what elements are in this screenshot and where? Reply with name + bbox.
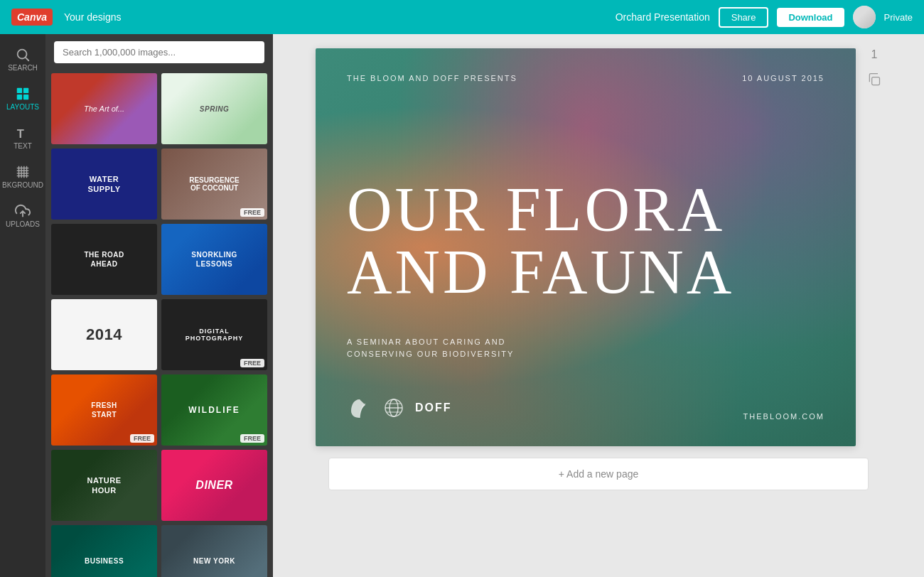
duplicate-slide-icon[interactable] [867, 72, 881, 90]
slide-content: THE BLOOM AND DOFF PRESENTS 10 AUGUST 20… [316, 48, 856, 446]
slide-page-number: 1 [871, 48, 878, 61]
slide-title-line1: OUR FLORA [347, 178, 824, 241]
svg-rect-4 [17, 95, 22, 99]
sidebar-item-text[interactable]: T TEXT [0, 118, 45, 157]
logo-name: DOFF [415, 401, 452, 414]
leaf-icon [347, 395, 372, 421]
thumb-label-newyork: NEW YORK [193, 557, 235, 565]
sidebar-item-layouts[interactable]: LAYOUTS [0, 79, 45, 118]
private-label: Private [884, 12, 913, 23]
slide-subtitle-line1: A SEMINAR ABOUT CARING AND [347, 336, 514, 349]
topbar-left: Canva Your designs [11, 9, 121, 26]
thumb-label-spring: SPRING [200, 105, 229, 113]
sidebar-item-uploads[interactable]: UPLOADS [0, 196, 45, 235]
sidebar-search-label: SEARCH [8, 64, 38, 72]
slide-subtitle-line2: CONSERVING OUR BIODIVERSITY [347, 348, 514, 361]
topbar-right: Orchard Presentation Share Download Priv… [616, 6, 913, 28]
slide-bottom: DOFF THEBLOOM.COM [347, 395, 824, 421]
sidebar-text-label: TEXT [14, 142, 32, 150]
layout-thumb-nature[interactable]: NATUREHOUR [51, 450, 157, 521]
canva-logo[interactable]: Canva [11, 9, 53, 26]
thumb-label-nature: NATUREHOUR [87, 475, 121, 496]
background-icon [15, 164, 31, 180]
sidebar-icons: SEARCH LAYOUTS T TEXT [0, 34, 45, 577]
doc-name: Orchard Presentation [616, 11, 710, 23]
layout-thumb-diner[interactable]: Diner [161, 450, 267, 521]
main-area: SEARCH LAYOUTS T TEXT [0, 34, 924, 577]
thumb-free-badge-resurgence: FREE [240, 208, 264, 217]
share-button[interactable]: Share [719, 7, 769, 28]
layout-thumb-spring[interactable]: SPRING [161, 73, 267, 144]
svg-line-1 [26, 58, 28, 60]
slide-top: THE BLOOM AND DOFF PRESENTS 10 AUGUST 20… [347, 74, 824, 82]
download-button[interactable]: Download [777, 8, 844, 27]
slide-main-title: OUR FLORA AND FAUNA [347, 178, 824, 303]
thumb-label-art: The Art of... [56, 104, 151, 113]
slide-title-line2: AND FAUNA [347, 241, 824, 303]
avatar[interactable] [853, 6, 876, 28]
thumb-label-fresh: FRESHSTART [91, 401, 117, 419]
layout-thumb-art[interactable]: The Art of... [51, 73, 157, 144]
svg-rect-3 [23, 88, 28, 93]
globe-icon [381, 395, 407, 421]
thumb-label-digital: DIGITALPHOTOGRAPHY [166, 328, 262, 342]
svg-rect-21 [872, 77, 880, 85]
slide-presenter: THE BLOOM AND DOFF PRESENTS [347, 74, 517, 82]
layout-thumb-resurgence[interactable]: RESURGENCEOF COCONUT FREE [161, 149, 267, 220]
uploads-icon [15, 203, 31, 219]
search-icon [15, 47, 31, 63]
slide-container: THE BLOOM AND DOFF PRESENTS 10 AUGUST 20… [316, 48, 881, 446]
layout-thumb-road[interactable]: THE ROADAHEAD [51, 224, 157, 295]
layout-thumb-water[interactable]: WATERSUPPLY [51, 149, 157, 220]
thumb-label-road: THE ROADAHEAD [84, 250, 124, 269]
sidebar-item-search[interactable]: SEARCH [0, 40, 45, 79]
slide-subtitle-area: A SEMINAR ABOUT CARING AND CONSERVING OU… [347, 336, 514, 361]
thumb-free-badge-digital: FREE [240, 359, 264, 367]
thumb-label-resurgence: RESURGENCEOF COCONUT [166, 176, 262, 192]
sidebar-layouts-label: LAYOUTS [6, 103, 39, 111]
slide-1[interactable]: THE BLOOM AND DOFF PRESENTS 10 AUGUST 20… [316, 48, 856, 446]
layouts-icon [15, 86, 31, 102]
slide-logos: DOFF [347, 395, 452, 421]
sidebar-item-background[interactable]: BKGROUND [0, 157, 45, 196]
svg-rect-5 [23, 95, 28, 99]
layout-thumb-newyork[interactable]: NEW YORK [161, 525, 267, 577]
sidebar-uploads-label: UPLOADS [6, 220, 40, 228]
slide-right-controls: 1 [867, 48, 881, 90]
slide-website: THEBLOOM.COM [743, 412, 824, 421]
thumb-free-badge-wildlife: FREE [240, 434, 264, 443]
search-input[interactable] [54, 41, 264, 63]
thumb-label-goals: 2014 [86, 325, 122, 344]
thumb-label-water: WATERSUPPLY [87, 174, 120, 195]
thumb-label-wildlife: WILDLIFE [188, 405, 240, 415]
canvas-area: THE BLOOM AND DOFF PRESENTS 10 AUGUST 20… [273, 34, 924, 577]
layout-thumb-goals[interactable]: 2014 [51, 299, 157, 370]
sidebar-background-label: BKGROUND [2, 181, 43, 189]
topbar: Canva Your designs Orchard Presentation … [0, 0, 924, 34]
text-icon: T [15, 125, 31, 141]
layout-thumb-snorkling[interactable]: SNORKLINGLESSONS [161, 224, 267, 295]
thumb-free-badge-fresh: FREE [130, 434, 154, 443]
slide-date: 10 AUGUST 2015 [742, 74, 824, 82]
layout-thumb-fresh[interactable]: FRESHSTART FREE [51, 374, 157, 446]
topbar-nav-label[interactable]: Your designs [64, 11, 121, 23]
layouts-panel: The Art of... SPRING WATERSUPPLY RESURGE… [45, 34, 273, 577]
svg-text:T: T [17, 127, 24, 140]
layout-thumb-wildlife[interactable]: WILDLIFE FREE [161, 374, 267, 446]
layout-grid: The Art of... SPRING WATERSUPPLY RESURGE… [45, 70, 273, 577]
thumb-label-business: BUSINESS [85, 557, 124, 565]
add-page-button[interactable]: + Add a new page [328, 458, 869, 490]
thumb-label-diner: Diner [195, 479, 232, 492]
svg-rect-2 [17, 88, 22, 93]
thumb-label-snorkling: SNORKLINGLESSONS [191, 250, 237, 269]
layout-thumb-business[interactable]: BUSINESS [51, 525, 157, 577]
search-bar [45, 34, 273, 70]
layout-thumb-digital[interactable]: DIGITALPHOTOGRAPHY FREE [161, 299, 267, 370]
